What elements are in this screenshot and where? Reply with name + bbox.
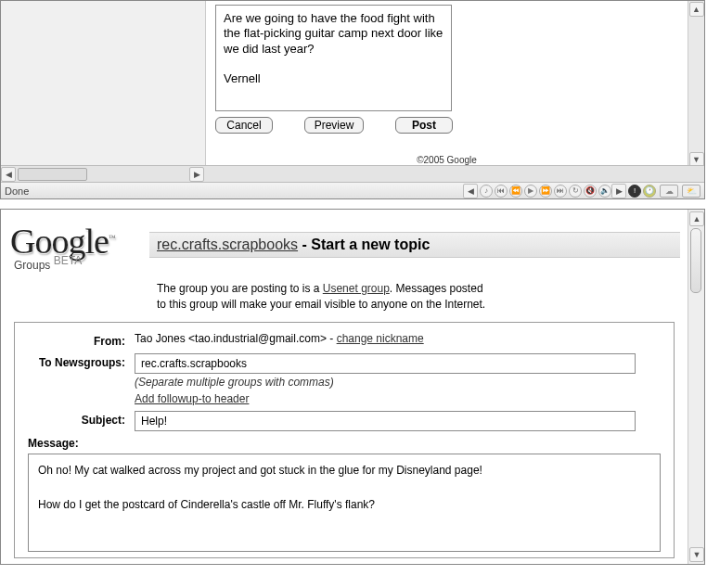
status-weather-suncloud-icon[interactable]: ⛅: [682, 185, 701, 198]
scroll-up-icon[interactable]: ▲: [689, 2, 704, 17]
post-button[interactable]: Post: [395, 117, 453, 134]
compose-textarea[interactable]: Are we going to have the food fight with…: [215, 5, 452, 111]
subject-label: Subject:: [28, 411, 135, 427]
vertical-scrollbar[interactable]: ▲ ▼: [688, 1, 704, 168]
page-title-suffix: - Start a new topic: [298, 236, 430, 252]
message-textarea[interactable]: Oh no! My cat walked across my project a…: [28, 454, 661, 552]
newsgroups-input[interactable]: [135, 353, 636, 374]
add-followup-link[interactable]: Add followup-to header: [135, 392, 249, 405]
status-alert-icon[interactable]: !: [628, 185, 641, 198]
change-nickname-link[interactable]: change nickname: [337, 332, 424, 345]
from-label: From:: [28, 332, 135, 348]
subject-input[interactable]: [135, 411, 636, 431]
compose-form: From: Tao Jones <tao.industrial@gmail.co…: [14, 322, 675, 558]
newsgroups-hint: (Separate multiple groups with commas): [135, 376, 661, 389]
usenet-group-link[interactable]: Usenet group: [323, 282, 390, 295]
status-mute-icon[interactable]: 🔇: [584, 185, 597, 198]
logo-subtext: Groups: [14, 259, 50, 272]
from-value: Tao Jones <tao.industrial@gmail.com> -: [135, 332, 337, 345]
browser-window-top: Are we going to have the food fight with…: [0, 0, 705, 199]
google-groups-logo: Google™ Groups BETA: [8, 217, 149, 272]
scrollbar-thumb[interactable]: [18, 168, 87, 181]
notice-text-post: to this group will make your email visib…: [157, 298, 485, 311]
status-text: Done: [5, 185, 29, 197]
message-label: Message:: [28, 437, 661, 450]
status-next-icon[interactable]: ⏭: [554, 185, 567, 198]
status-media-icon[interactable]: ♪: [480, 185, 493, 198]
compose-area: Are we going to have the food fight with…: [205, 1, 688, 168]
scroll-left-icon[interactable]: ◀: [1, 167, 16, 182]
cancel-button[interactable]: Cancel: [215, 117, 273, 134]
scroll-down-icon[interactable]: ▼: [689, 547, 704, 562]
status-nav-left-icon[interactable]: ◀: [463, 184, 478, 198]
notice-text-mid: . Messages posted: [390, 282, 483, 295]
status-bar: Done ◀ ♪ ⏮ ⏪ ▶ ⏩ ⏭ ↻ 🔇 🔈 ▶ ! 🕐 ☁ ⛅: [1, 182, 704, 198]
scroll-right-icon[interactable]: ▶: [189, 167, 204, 182]
status-prev-icon[interactable]: ⏮: [495, 185, 508, 198]
status-clock-icon[interactable]: 🕐: [643, 185, 656, 198]
group-link[interactable]: rec.crafts.scrapbooks: [157, 236, 298, 252]
vertical-scrollbar[interactable]: ▲ ▼: [688, 210, 704, 564]
status-weather-cloud-icon[interactable]: ☁: [660, 185, 678, 198]
copyright-text: ©2005 Google: [417, 155, 477, 165]
status-loop-icon[interactable]: ↻: [569, 185, 582, 198]
notice-text-pre: The group you are posting to is a: [157, 282, 323, 295]
scroll-up-icon[interactable]: ▲: [689, 211, 704, 226]
status-nav-right-icon[interactable]: ▶: [611, 184, 626, 198]
status-rewind-icon[interactable]: ⏪: [509, 185, 522, 198]
usenet-notice: The group you are posting to is a Usenet…: [157, 281, 680, 313]
trademark-icon: ™: [109, 234, 115, 242]
page-title-bar: rec.crafts.scrapbooks - Start a new topi…: [149, 232, 680, 258]
status-forward-icon[interactable]: ⏩: [539, 185, 552, 198]
compose-button-row: Cancel Preview Post: [215, 117, 688, 134]
horizontal-scrollbar[interactable]: ◀ ▶: [1, 165, 704, 182]
newsgroups-label: To Newsgroups:: [28, 353, 135, 369]
scrollbar-thumb[interactable]: [690, 228, 701, 293]
beta-badge: BETA: [54, 254, 82, 267]
preview-button[interactable]: Preview: [304, 117, 365, 134]
status-volume-icon[interactable]: 🔈: [598, 185, 611, 198]
browser-window-bottom: Google™ Groups BETA rec.crafts.scrapbook…: [0, 209, 705, 565]
status-play-icon[interactable]: ▶: [524, 185, 537, 198]
